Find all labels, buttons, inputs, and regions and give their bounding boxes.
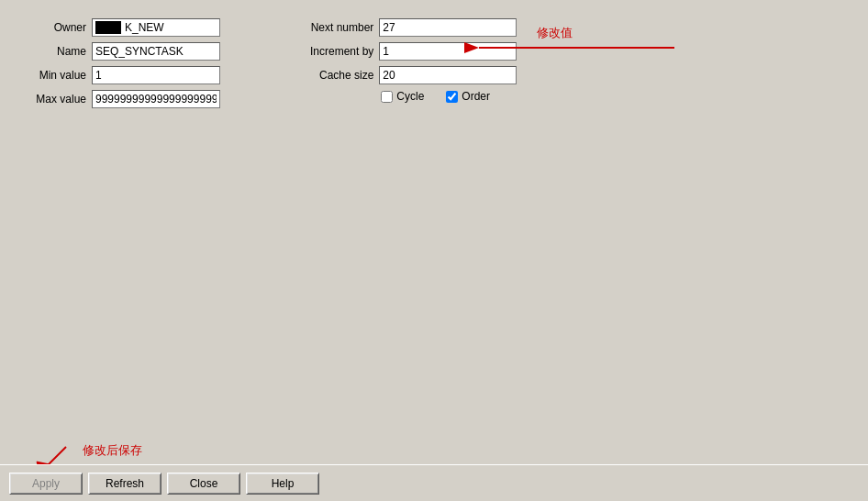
cache-label: Cache size [296,69,379,82]
owner-label: Owner [28,21,92,34]
next-label: Next number [296,21,379,34]
max-label: Max value [28,93,92,106]
max-input[interactable] [92,90,220,108]
help-button[interactable]: Help [246,473,319,495]
order-checkbox[interactable] [446,91,458,103]
owner-redbox [95,21,121,34]
increment-input[interactable] [379,42,517,61]
apply-button[interactable]: Apply [9,473,83,495]
cycle-label: Cycle [396,90,424,103]
cycle-checkbox-container: Cycle [381,90,424,103]
increment-label: Increment by [296,45,379,58]
button-bar: Apply Refresh Close Help [0,464,868,501]
order-label: Order [462,90,490,103]
owner-text: K_NEW [125,21,164,34]
next-input[interactable] [379,18,517,37]
order-checkbox-container: Order [446,90,490,103]
cycle-checkbox[interactable] [381,91,393,103]
close-button[interactable]: Close [167,473,240,495]
min-label: Min value [28,69,92,82]
name-label: Name [28,45,92,58]
cache-input[interactable] [379,66,517,84]
min-input[interactable] [92,66,220,84]
owner-value: K_NEW [92,18,220,37]
name-input[interactable] [92,42,220,61]
refresh-button[interactable]: Refresh [88,473,161,495]
